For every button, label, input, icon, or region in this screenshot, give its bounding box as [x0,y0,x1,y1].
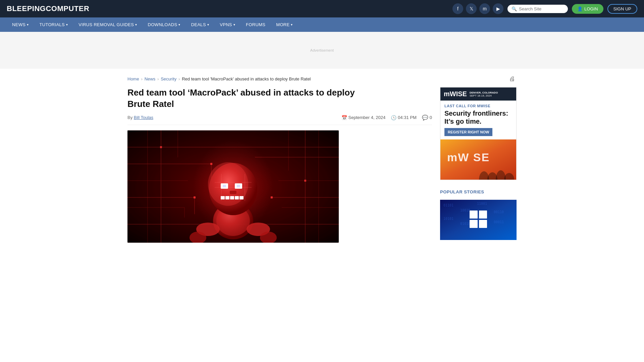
breadcrumb-current: Red team tool 'MacroPack' abused in atta… [182,76,311,81]
ad-location: DENVER, COLORADO [470,91,498,94]
svg-text:01010: 01010 [460,222,470,226]
article-layout: Red team tool ‘MacroPack’ abused in atta… [127,87,517,249]
main-container: Home › News › Security › Red team tool '… [121,69,523,249]
ad-header-strip: mWISE DENVER, COLORADO SEPT 18-19, 2024 [440,87,516,101]
nav-item-virus-removal[interactable]: VIRUS REMOVAL GUIDES ▾ [73,17,142,32]
svg-rect-47 [239,196,244,199]
svg-rect-67 [470,210,478,219]
article-comments[interactable]: 💬 0 [422,115,432,121]
popular-stories-title: POPULAR STORIES [440,187,517,197]
chevron-down-icon: ▾ [207,23,209,26]
social-icons: f 𝕏 m ▶ [452,3,503,14]
breadcrumb-sep-1: › [141,77,143,81]
ad-tagline: LAST CALL FOR mWISE [444,104,512,108]
site-logo[interactable]: BLEEPINGCOMPUTER [7,4,89,13]
twitter-icon[interactable]: 𝕏 [466,3,477,14]
chevron-down-icon: ▾ [27,23,29,26]
comment-icon: 💬 [422,115,428,121]
search-box[interactable]: 🔍 [507,5,568,13]
svg-rect-41 [237,185,240,187]
nav-item-downloads[interactable]: DOWNLOADS ▾ [142,17,185,32]
svg-rect-70 [479,220,487,228]
nav-item-vpns[interactable]: VPNS ▾ [214,17,240,32]
ad-logo: mWISE [444,90,467,98]
svg-rect-42 [230,191,236,194]
breadcrumb-sep-2: › [157,77,159,81]
time-text: 04:31 PM [398,115,417,120]
chevron-down-icon: ▾ [135,23,137,26]
article-date: 📅 September 4, 2024 [341,115,386,120]
svg-rect-45 [230,196,234,199]
clock-icon: 🕓 [391,115,396,120]
nav-item-news[interactable]: NEWS ▾ [7,17,34,32]
chevron-down-icon: ▾ [66,23,68,26]
svg-text:00110: 00110 [494,210,504,214]
login-button[interactable]: 👤 LOGIN [572,4,603,14]
meta-right: 📅 September 4, 2024 🕓 04:31 PM 💬 0 [341,115,432,121]
calendar-icon: 📅 [341,115,347,120]
popular-story-svg: 01101 10010 11001 00110 10101 01010 1110… [440,200,517,240]
breadcrumb-news[interactable]: News [145,76,156,81]
site-header: BLEEPINGCOMPUTER f 𝕏 m ▶ 🔍 👤 LOGIN SIGN … [0,0,644,17]
print-icon[interactable]: 🖨 [508,74,517,84]
nav-item-forums[interactable]: FORUMS [240,17,271,32]
article-hero-image [127,130,339,243]
header-right: f 𝕏 m ▶ 🔍 👤 LOGIN SIGN UP [452,3,637,14]
ad-image-svg: mW SE [440,139,516,180]
article-meta: By Bill Toulas 📅 September 4, 2024 🕓 04:… [127,115,432,125]
user-icon: 👤 [577,6,583,11]
youtube-icon[interactable]: ▶ [493,3,503,14]
breadcrumb-home[interactable]: Home [127,76,139,81]
main-nav: NEWS ▾ TUTORIALS ▾ VIRUS REMOVAL GUIDES … [0,17,644,32]
svg-text:10101: 10101 [443,217,453,221]
ad-date-range: SEPT 18-19, 2024 [470,94,498,97]
comment-count: 0 [430,115,432,120]
svg-rect-44 [225,196,229,199]
ad-image: mW SE [440,139,516,180]
article-title: Red team tool ‘MacroPack’ abused in atta… [127,87,356,110]
facebook-icon[interactable]: f [452,3,463,14]
svg-rect-43 [221,196,225,199]
search-icon: 🔍 [512,6,517,11]
date-text: September 4, 2024 [348,115,386,120]
article-author[interactable]: Bill Toulas [134,115,153,120]
ad-headline: Security frontliners: It’s go time. [444,109,512,125]
article-sidebar: mWISE DENVER, COLORADO SEPT 18-19, 2024 … [440,87,517,243]
svg-rect-23 [160,146,162,148]
by-label: By [127,115,132,120]
popular-story-image[interactable]: 01101 10010 11001 00110 10101 01010 1110… [440,200,517,240]
article-author-line: By Bill Toulas [127,115,153,120]
ad-banner-top: Advertisement [0,32,644,69]
chevron-down-icon: ▾ [178,23,180,26]
signup-button[interactable]: SIGN UP [607,4,637,14]
article-time: 🕓 04:31 PM [391,115,417,120]
logo-bold: COMPUTER [46,4,89,13]
sidebar-advertisement[interactable]: mWISE DENVER, COLORADO SEPT 18-19, 2024 … [440,87,517,180]
svg-rect-46 [235,196,239,199]
svg-rect-40 [223,185,226,187]
chevron-down-icon: ▾ [291,23,292,26]
svg-text:00011: 00011 [494,220,504,224]
mastodon-icon[interactable]: m [479,3,490,14]
svg-rect-69 [470,220,478,228]
svg-rect-68 [479,210,487,219]
search-input[interactable] [519,6,564,11]
chevron-down-icon: ▾ [233,23,235,26]
svg-text:mW SE: mW SE [447,151,490,164]
svg-text:10010: 10010 [460,208,470,212]
breadcrumb: Home › News › Security › Red team tool '… [127,69,517,87]
popular-stories: POPULAR STORIES 0110 [440,187,517,240]
svg-text:01101: 01101 [443,203,453,207]
article-main: Red team tool ‘MacroPack’ abused in atta… [127,87,432,243]
logo-plain: BLEEPING [7,4,46,13]
nav-item-deals[interactable]: DEALS ▾ [186,17,214,32]
svg-text:11001: 11001 [477,202,487,205]
breadcrumb-sep-3: › [178,77,180,81]
breadcrumb-security[interactable]: Security [161,76,176,81]
nav-item-more[interactable]: MORE ▾ [271,17,298,32]
ad-cta-button[interactable]: REGISTER RIGHT NOW [444,128,492,136]
svg-rect-27 [304,180,306,182]
nav-item-tutorials[interactable]: TUTORIALS ▾ [34,17,73,32]
hero-svg [127,130,339,243]
ad-content: LAST CALL FOR mWISE Security frontliners… [440,101,516,139]
